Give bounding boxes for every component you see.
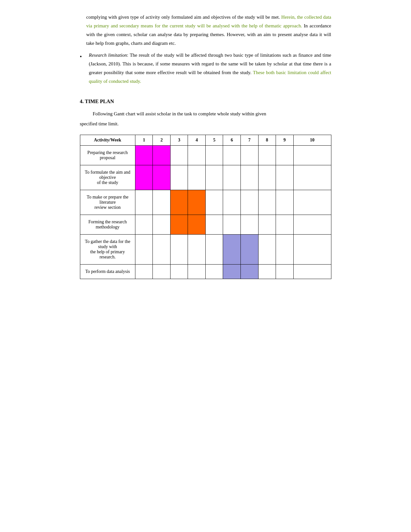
col-header-activity: Activity/Week (80, 135, 135, 146)
week-cell (276, 190, 294, 215)
week-cell (188, 146, 206, 165)
week-cell (135, 165, 153, 190)
week-cell (276, 146, 294, 165)
week-cell (153, 235, 171, 265)
week-cell (205, 265, 223, 279)
week-cell (153, 146, 171, 165)
week-cell (276, 265, 294, 279)
week-cell (223, 146, 241, 165)
intro-text1: complying with given type of activity on… (86, 15, 280, 20)
week-cell (170, 146, 188, 165)
week-cell (205, 190, 223, 215)
week-cell (135, 146, 153, 165)
activity-cell: Forming the research methodology (80, 215, 135, 235)
week-cell (240, 265, 258, 279)
week-cell (223, 235, 241, 265)
bullet-content: Research limitation: The result of the s… (89, 51, 331, 86)
week-cell (258, 146, 276, 165)
activity-cell: To make or prepare the literaturereview … (80, 190, 135, 215)
week-cell (223, 165, 241, 190)
week-cell (170, 190, 188, 215)
intro-paragraph: complying with given type of activity on… (86, 13, 331, 48)
week-cell (240, 215, 258, 235)
week-cell (188, 215, 206, 235)
week-cell (258, 165, 276, 190)
activity-cell: To formulate the aim and objectiveof the… (80, 165, 135, 190)
col-header-w10: 10 (293, 135, 331, 146)
col-header-w1: 1 (135, 135, 153, 146)
table-row: Forming the research methodology (80, 215, 331, 235)
week-cell (153, 215, 171, 235)
week-cell (223, 215, 241, 235)
week-cell (188, 265, 206, 279)
week-cell (205, 165, 223, 190)
week-cell (223, 190, 241, 215)
week-cell (170, 215, 188, 235)
activity-cell: Preparing the research proposal (80, 146, 135, 165)
week-cell (188, 165, 206, 190)
bullet-section: • Research limitation: The result of the… (80, 51, 331, 86)
week-cell (135, 265, 153, 279)
table-header-row: Activity/Week 1 2 3 4 5 6 7 8 9 10 (80, 135, 331, 146)
bullet-label: Research limitation (89, 53, 127, 58)
week-cell (276, 235, 294, 265)
week-cell (276, 165, 294, 190)
week-cell (240, 235, 258, 265)
week-cell (205, 146, 223, 165)
week-cell (258, 190, 276, 215)
col-header-w6: 6 (223, 135, 241, 146)
week-cell (293, 190, 331, 215)
week-cell (135, 215, 153, 235)
section-heading: 4. TIME PLAN (80, 99, 331, 104)
week-cell (188, 190, 206, 215)
col-header-w5: 5 (205, 135, 223, 146)
week-cell (205, 235, 223, 265)
table-row: To make or prepare the literaturereview … (80, 190, 331, 215)
week-cell (153, 165, 171, 190)
week-cell (293, 265, 331, 279)
week-cell (293, 165, 331, 190)
week-cell (293, 146, 331, 165)
week-cell (188, 235, 206, 265)
col-header-w9: 9 (276, 135, 294, 146)
table-row: To gather the data for the study withthe… (80, 235, 331, 265)
week-cell (240, 190, 258, 215)
week-cell (258, 215, 276, 235)
col-header-w8: 8 (258, 135, 276, 146)
week-cell (170, 235, 188, 265)
week-cell (293, 235, 331, 265)
section-intro1: Following Gantt chart will assist schola… (93, 110, 266, 118)
week-cell (135, 190, 153, 215)
week-cell (240, 146, 258, 165)
week-cell (293, 215, 331, 235)
week-cell (276, 215, 294, 235)
week-cell (205, 215, 223, 235)
col-header-w3: 3 (170, 135, 188, 146)
week-cell (135, 235, 153, 265)
table-row: Preparing the research proposal (80, 146, 331, 165)
week-cell (223, 265, 241, 279)
week-cell (240, 165, 258, 190)
week-cell (170, 165, 188, 190)
bullet-item: • Research limitation: The result of the… (80, 51, 331, 86)
week-cell (153, 190, 171, 215)
col-header-w4: 4 (188, 135, 206, 146)
activity-cell: To perform data analysis (80, 265, 135, 279)
gantt-table: Activity/Week 1 2 3 4 5 6 7 8 9 10 Prepa… (80, 135, 331, 279)
week-cell (258, 265, 276, 279)
table-row: To formulate the aim and objectiveof the… (80, 165, 331, 190)
table-row: To perform data analysis (80, 265, 331, 279)
col-header-w2: 2 (153, 135, 171, 146)
col-header-w7: 7 (240, 135, 258, 146)
week-cell (153, 265, 171, 279)
page: complying with given type of activity on… (61, 13, 351, 279)
section-intro2: specified time limit. (80, 120, 331, 128)
activity-cell: To gather the data for the study withthe… (80, 235, 135, 265)
week-cell (170, 265, 188, 279)
week-cell (258, 235, 276, 265)
bullet-dot: • (80, 51, 89, 62)
